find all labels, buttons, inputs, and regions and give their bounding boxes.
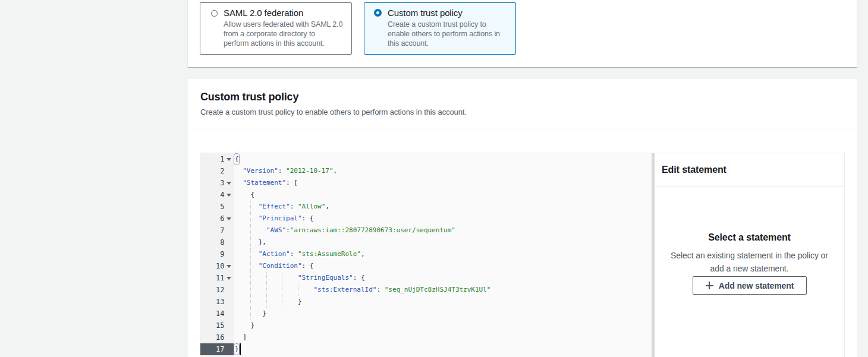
plus-icon xyxy=(706,282,713,289)
matching-bracket-highlight: { xyxy=(235,155,239,163)
tile-saml-description: Allow users federated with SAML 2.0 from… xyxy=(224,20,342,49)
tile-saml-federation[interactable]: SAML 2.0 federation Allow users federate… xyxy=(200,2,352,55)
code-text: }, xyxy=(235,236,266,248)
add-new-statement-label: Add new statement xyxy=(719,281,794,290)
line-number: 12 xyxy=(216,284,224,296)
code-text: "Condition": { xyxy=(235,260,313,272)
code-text: "Statement": [ xyxy=(235,177,298,189)
line-number: 2 xyxy=(220,165,224,177)
gutter-line-17: 17 xyxy=(200,343,234,355)
fold-arrow-icon[interactable] xyxy=(227,194,231,197)
panel-title: Custom trust policy xyxy=(200,91,298,103)
line-number: 15 xyxy=(216,320,224,331)
trusted-entity-panel: SAML 2.0 federation Allow users federate… xyxy=(188,0,857,67)
editor-code-area[interactable]: { "Version": "2012-10-17", "Statement": … xyxy=(234,153,652,357)
policy-editor: 1234567891011121314151617 { "Version": "… xyxy=(200,153,845,357)
edit-statement-panel: Edit statement Select a statement Select… xyxy=(655,153,844,357)
text-cursor xyxy=(240,343,241,355)
fold-arrow-icon[interactable] xyxy=(227,158,231,161)
gutter-line-10: 10 xyxy=(200,260,234,272)
code-line-13: } xyxy=(234,296,652,308)
code-text: } xyxy=(235,343,239,355)
code-line-4: { xyxy=(234,189,652,201)
select-statement-title: Select a statement xyxy=(655,232,844,243)
code-line-16: ] xyxy=(234,331,652,343)
gutter-line-8: 8 xyxy=(200,236,234,248)
edit-statement-header: Edit statement xyxy=(655,153,844,187)
line-number: 17 xyxy=(216,343,224,355)
tile-saml-title: SAML 2.0 federation xyxy=(224,8,303,18)
custom-trust-policy-panel: Custom trust policy Create a custom trus… xyxy=(188,79,857,357)
code-line-8: }, xyxy=(234,236,652,248)
fold-arrow-icon[interactable] xyxy=(227,265,231,268)
gutter-line-3: 3 xyxy=(200,177,234,189)
code-text: } xyxy=(235,296,302,308)
line-number: 7 xyxy=(220,225,224,236)
radio-saml-federation[interactable] xyxy=(211,10,218,17)
code-text: "Effect": "Allow", xyxy=(235,201,329,213)
gutter-line-5: 5 xyxy=(200,201,234,213)
gutter-line-11: 11 xyxy=(200,272,234,284)
select-statement-description: Select an existing statement in the poli… xyxy=(655,249,844,275)
gutter-line-2: 2 xyxy=(200,165,234,177)
code-line-2: "Version": "2012-10-17", xyxy=(234,165,652,177)
code-line-5: "Effect": "Allow", xyxy=(234,201,652,213)
gutter-line-12: 12 xyxy=(200,284,234,296)
gutter-line-16: 16 xyxy=(200,331,234,343)
line-number: 8 xyxy=(220,236,224,248)
gutter-line-15: 15 xyxy=(200,320,234,331)
line-number: 1 xyxy=(220,153,224,165)
panel-description: Create a custom trust policy to enable o… xyxy=(200,108,467,116)
code-text: "AWS":"arn:aws:iam::280772890673:user/se… xyxy=(235,225,455,236)
code-line-15: } xyxy=(234,320,652,331)
tile-custom-description: Create a custom trust policy to enable o… xyxy=(388,20,500,49)
line-number: 3 xyxy=(220,177,224,189)
add-new-statement-button[interactable]: Add new statement xyxy=(693,276,807,295)
code-text: } xyxy=(235,320,254,331)
gutter-line-1: 1 xyxy=(200,153,234,165)
fold-arrow-icon[interactable] xyxy=(227,217,231,220)
tile-custom-trust-policy[interactable]: Custom trust policy Create a custom trus… xyxy=(364,2,516,55)
line-number: 9 xyxy=(220,248,224,260)
code-line-1: { xyxy=(234,153,652,165)
code-line-7: "AWS":"arn:aws:iam::280772890673:user/se… xyxy=(234,225,652,236)
gutter-line-9: 9 xyxy=(200,248,234,260)
line-number: 16 xyxy=(216,331,224,343)
fold-arrow-icon[interactable] xyxy=(227,277,231,280)
code-text: "sts:ExternalId": "seq_nUjDTc8zHSJ4T3tzv… xyxy=(235,284,490,296)
code-line-14: } xyxy=(234,308,652,320)
fold-arrow-icon[interactable] xyxy=(227,182,231,185)
panel-header-divider xyxy=(188,128,857,128)
matching-bracket-highlight: } xyxy=(235,345,239,353)
code-line-6: "Principal": { xyxy=(234,213,652,225)
gutter-line-13: 13 xyxy=(200,296,234,308)
gutter-line-4: 4 xyxy=(200,189,234,201)
code-line-12: "sts:ExternalId": "seq_nUjDTc8zHSJ4T3tzv… xyxy=(234,284,652,296)
line-number: 14 xyxy=(216,308,224,320)
line-number: 4 xyxy=(220,189,224,201)
line-number: 6 xyxy=(220,213,224,225)
code-line-11: "StringEquals": { xyxy=(234,272,652,284)
code-line-10: "Condition": { xyxy=(234,260,652,272)
radio-custom-trust-policy[interactable] xyxy=(374,9,382,17)
gutter-line-7: 7 xyxy=(200,225,234,236)
line-number: 11 xyxy=(216,272,224,284)
code-text: } xyxy=(235,308,266,320)
code-text: ] xyxy=(235,331,247,343)
code-text: "Principal": { xyxy=(235,213,313,225)
code-text: { xyxy=(235,153,239,165)
edit-statement-title: Edit statement xyxy=(662,165,727,175)
code-text: { xyxy=(235,189,254,201)
tile-custom-title: Custom trust policy xyxy=(388,8,463,18)
code-text: "Action": "sts:AssumeRole", xyxy=(235,248,365,260)
code-text: "Version": "2012-10-17", xyxy=(235,165,337,177)
line-number: 13 xyxy=(216,296,224,308)
line-number: 5 xyxy=(220,201,224,213)
gutter-line-6: 6 xyxy=(200,213,234,225)
code-line-9: "Action": "sts:AssumeRole", xyxy=(234,248,652,260)
line-number: 10 xyxy=(216,260,224,272)
gutter-line-14: 14 xyxy=(200,308,234,320)
editor-gutter: 1234567891011121314151617 xyxy=(200,153,234,357)
code-text: "StringEquals": { xyxy=(235,272,365,284)
code-line-3: "Statement": [ xyxy=(234,177,652,189)
